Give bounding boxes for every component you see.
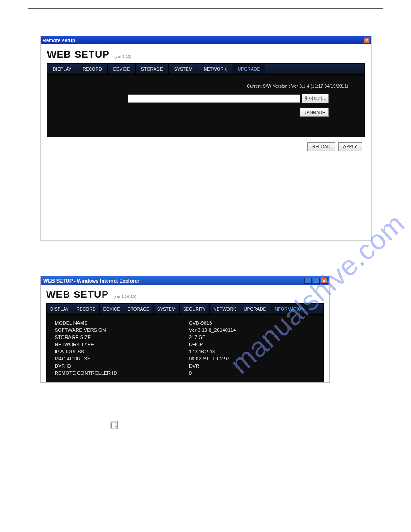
close-icon[interactable]: × (364, 37, 370, 43)
tab-upgrade[interactable]: UPGRADE (232, 64, 265, 74)
tab-network[interactable]: NETWORK (210, 304, 240, 314)
info-row: MAC ADDRESS00:02:69:FF:F2:97 (55, 355, 315, 362)
info-value: 0 (189, 369, 315, 377)
info-value: 172.16.2.48 (189, 348, 315, 355)
info-label: IP ADDRESS (55, 348, 189, 355)
browser-titlebar: WEB SETUP - Windows Internet Explorer _ … (41, 276, 329, 285)
page-version: (ver 1.10.10) (113, 294, 136, 299)
close-icon[interactable]: × (321, 278, 328, 284)
info-label: MODEL NAME (55, 319, 189, 326)
info-label: STORAGE SIZE (55, 334, 189, 341)
upgrade-panel: Current S/W Version : Ver 3.1.4 (11:17 0… (47, 75, 365, 137)
tab-upgrade[interactable]: UPGRADE (240, 304, 270, 314)
maximize-icon[interactable]: □ (313, 278, 320, 284)
info-label: SOFTWARE VERSION (55, 326, 189, 334)
window-title: Remote setup (43, 38, 75, 43)
tab-record[interactable]: RECORD (77, 64, 108, 74)
page-heading-row: WEB SETUP (ver 1.10.10) (46, 289, 324, 300)
info-label: NETWORK TYPE (55, 341, 189, 348)
reload-button[interactable]: RELOAD (307, 142, 335, 151)
tab-device[interactable]: DEVICE (100, 304, 124, 314)
info-value: DHCP (189, 341, 315, 348)
info-row: REMOTE CONTROLLER ID0 (55, 369, 315, 377)
tab-system[interactable]: SYSTEM (169, 64, 198, 74)
tab-bar: DISPLAYRECORDDEVICESTORAGESYSTEMSECURITY… (46, 303, 324, 315)
page-version: (ver 1.13) (114, 54, 132, 59)
information-panel: MODEL NAMECVD-9616SOFTWARE VERSIONVer 3.… (46, 315, 324, 382)
minimize-icon[interactable]: _ (304, 278, 312, 284)
page-heading-row: WEB SETUP (ver 1.13) (47, 49, 365, 60)
info-value: 00:02:69:FF:F2:97 (189, 355, 315, 362)
tab-display[interactable]: DISPLAY (47, 64, 77, 74)
tab-storage[interactable]: STORAGE (124, 304, 154, 314)
info-value: Ver 3.10.0_20140114 (189, 326, 315, 334)
page-title: WEB SETUP (46, 289, 109, 300)
upgrade-file-input[interactable] (128, 94, 300, 103)
browser-body: WEB SETUP (ver 1.10.10) DISPLAYRECORDDEV… (41, 285, 329, 382)
screenshot-information: WEB SETUP - Windows Internet Explorer _ … (40, 276, 330, 383)
tab-storage[interactable]: STORAGE (136, 64, 169, 74)
info-value: DVR (189, 362, 315, 369)
info-row: NETWORK TYPEDHCP (55, 341, 315, 348)
tab-device[interactable]: DEVICE (108, 64, 136, 74)
screenshot-upgrade: Remote setup × WEB SETUP (ver 1.13) DISP… (40, 36, 372, 241)
info-row: SOFTWARE VERSIONVer 3.10.0_20140114 (55, 326, 315, 334)
info-label: MAC ADDRESS (55, 355, 189, 362)
tab-record[interactable]: RECORD (73, 304, 100, 314)
footer-rule (45, 492, 366, 492)
tab-information[interactable]: INFORMATION (270, 304, 308, 314)
info-row: DVR IDDVR (55, 362, 315, 369)
browse-button[interactable]: 찾아보기... (302, 94, 329, 103)
tab-security[interactable]: SECURITY (180, 304, 210, 314)
info-value: CVD-9616 (189, 319, 315, 326)
window-titlebar: Remote setup × (41, 36, 371, 44)
add-document-icon[interactable] (110, 421, 118, 429)
info-row: MODEL NAMECVD-9616 (55, 319, 315, 326)
tab-network[interactable]: NETWORK (198, 64, 232, 74)
page-title: WEB SETUP (47, 49, 110, 60)
upgrade-button[interactable]: UPGRADE (300, 108, 329, 117)
tab-display[interactable]: DISPLAY (47, 304, 73, 314)
info-label: REMOTE CONTROLLER ID (55, 369, 189, 377)
info-row: STORAGE SIZE217 GB (55, 334, 315, 341)
bottom-button-row: RELOAD APPLY (47, 142, 365, 151)
info-row: IP ADDRESS172.16.2.48 (55, 348, 315, 355)
tab-bar: DISPLAYRECORDDEVICESTORAGESYSTEMNETWORKU… (47, 63, 365, 75)
current-sw-version: Current S/W Version : Ver 3.1.4 (11:17 0… (247, 84, 348, 89)
window-body: WEB SETUP (ver 1.13) DISPLAYRECORDDEVICE… (41, 44, 371, 240)
apply-button[interactable]: APPLY (338, 142, 363, 151)
info-label: DVR ID (55, 362, 189, 369)
window-buttons: _ □ × (304, 278, 328, 284)
info-value: 217 GB (189, 334, 315, 341)
tab-system[interactable]: SYSTEM (154, 304, 180, 314)
browser-title: WEB SETUP - Windows Internet Explorer (43, 278, 139, 283)
